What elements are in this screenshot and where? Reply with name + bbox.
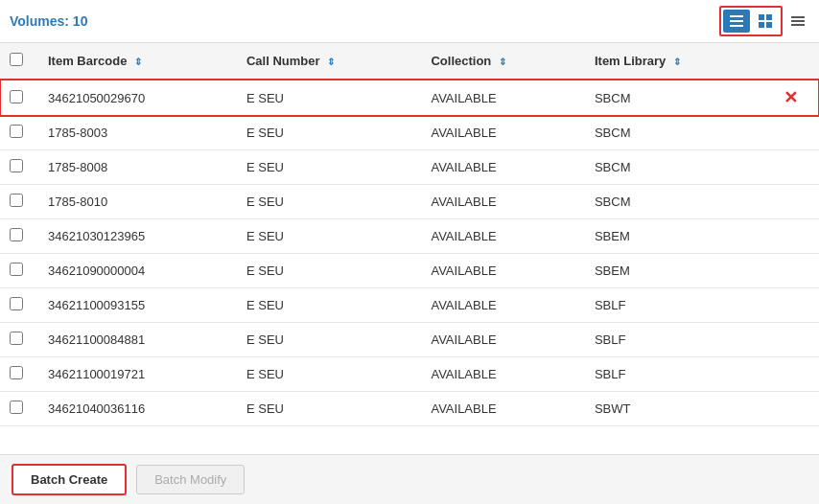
close-row-button[interactable]: ✕ [776,88,806,107]
cell-callnumber: E SEU [233,288,417,323]
cell-callnumber: E SEU [233,116,417,150]
batch-create-button[interactable]: Batch Create [12,464,127,495]
row-checkbox-cell [0,80,35,116]
svg-rect-5 [759,22,764,28]
row-checkbox[interactable] [10,401,23,414]
row-checkbox[interactable] [10,125,23,138]
svg-rect-9 [791,24,805,26]
cell-close [762,219,819,254]
svg-rect-7 [791,16,805,18]
table-row: 34621030123965E SEUAVAILABLESBEM [0,219,819,254]
cell-collection: AVAILABLE [417,150,581,185]
cell-library: SBCM [581,185,762,219]
footer-bar: Batch Create Batch Modify [0,454,819,504]
volumes-table: Item Barcode ⇕ Call Number ⇕ Collection … [0,43,819,426]
cell-close [762,357,819,392]
row-checkbox[interactable] [10,263,23,276]
col-header-barcode[interactable]: Item Barcode ⇕ [35,43,233,80]
cell-library: SBEM [581,219,762,254]
row-checkbox-cell [0,116,35,150]
cell-barcode: 1785-8008 [35,150,233,185]
table-row: 1785-8010E SEUAVAILABLESBCM [0,185,819,219]
cell-library: SBEM [581,254,762,288]
row-checkbox-cell [0,185,35,219]
col-header-library[interactable]: Item Library ⇕ [581,43,762,80]
cell-close [762,150,819,185]
cell-close [762,323,819,357]
svg-rect-0 [730,15,743,17]
cell-collection: AVAILABLE [417,254,581,288]
col-header-collection[interactable]: Collection ⇕ [417,43,581,80]
svg-rect-1 [730,20,743,22]
sort-callnumber-icon: ⇕ [327,57,335,67]
sort-library-icon: ⇕ [673,57,681,67]
menu-button[interactable] [786,10,809,33]
table-row: 34621040036116E SEUAVAILABLESBWT [0,392,819,426]
table-row: 34621100019721E SEUAVAILABLESBLF [0,357,819,392]
svg-rect-3 [759,14,764,20]
col-header-actions [762,43,819,80]
cell-barcode: 34621050029670 [35,80,233,116]
cell-collection: AVAILABLE [417,219,581,254]
row-checkbox[interactable] [10,228,23,241]
col-header-callnumber[interactable]: Call Number ⇕ [233,43,417,80]
cell-barcode: 34621100084881 [35,323,233,357]
batch-modify-button[interactable]: Batch Modify [136,465,245,494]
list-view-button[interactable] [723,10,750,33]
cell-close: ✕ [762,80,819,116]
cell-close [762,392,819,426]
cell-library: SBCM [581,116,762,150]
cell-collection: AVAILABLE [417,185,581,219]
table-row: 34621050029670E SEUAVAILABLESBCM✕ [0,80,819,116]
row-checkbox[interactable] [10,90,23,103]
cell-barcode: 34621030123965 [35,219,233,254]
cell-barcode: 34621090000004 [35,254,233,288]
cell-callnumber: E SEU [233,323,417,357]
cell-close [762,288,819,323]
cell-callnumber: E SEU [233,80,417,116]
cell-barcode: 34621100019721 [35,357,233,392]
view-controls [719,6,783,36]
sort-barcode-icon: ⇕ [134,57,142,67]
cell-barcode: 1785-8003 [35,116,233,150]
row-checkbox-cell [0,323,35,357]
cell-close [762,116,819,150]
cell-callnumber: E SEU [233,392,417,426]
select-all-checkbox[interactable] [10,53,23,66]
cell-barcode: 1785-8010 [35,185,233,219]
svg-rect-2 [730,25,743,27]
table-row: 34621100084881E SEUAVAILABLESBLF [0,323,819,357]
cell-callnumber: E SEU [233,254,417,288]
row-checkbox[interactable] [10,297,23,310]
page-title: Volumes: 10 [10,13,87,29]
row-checkbox[interactable] [10,194,23,207]
sort-collection-icon: ⇕ [499,57,506,67]
grid-view-button[interactable] [752,10,779,33]
row-checkbox[interactable] [10,366,23,379]
cell-collection: AVAILABLE [417,116,581,150]
row-checkbox-cell [0,288,35,323]
table-row: 34621090000004E SEUAVAILABLESBEM [0,254,819,288]
table-row: 34621100093155E SEUAVAILABLESBLF [0,288,819,323]
cell-collection: AVAILABLE [417,288,581,323]
row-checkbox[interactable] [10,159,23,172]
cell-collection: AVAILABLE [417,392,581,426]
row-checkbox-cell [0,150,35,185]
cell-callnumber: E SEU [233,185,417,219]
cell-collection: AVAILABLE [417,80,581,116]
svg-rect-6 [766,22,772,28]
cell-callnumber: E SEU [233,150,417,185]
cell-library: SBWT [581,392,762,426]
table-container: Item Barcode ⇕ Call Number ⇕ Collection … [0,43,819,465]
cell-barcode: 34621100093155 [35,288,233,323]
cell-callnumber: E SEU [233,357,417,392]
cell-close [762,254,819,288]
row-checkbox-cell [0,392,35,426]
cell-library: SBLF [581,288,762,323]
cell-library: SBCM [581,150,762,185]
row-checkbox-cell [0,254,35,288]
select-all-header[interactable] [0,43,35,80]
row-checkbox[interactable] [10,332,23,345]
row-checkbox-cell [0,219,35,254]
cell-collection: AVAILABLE [417,323,581,357]
